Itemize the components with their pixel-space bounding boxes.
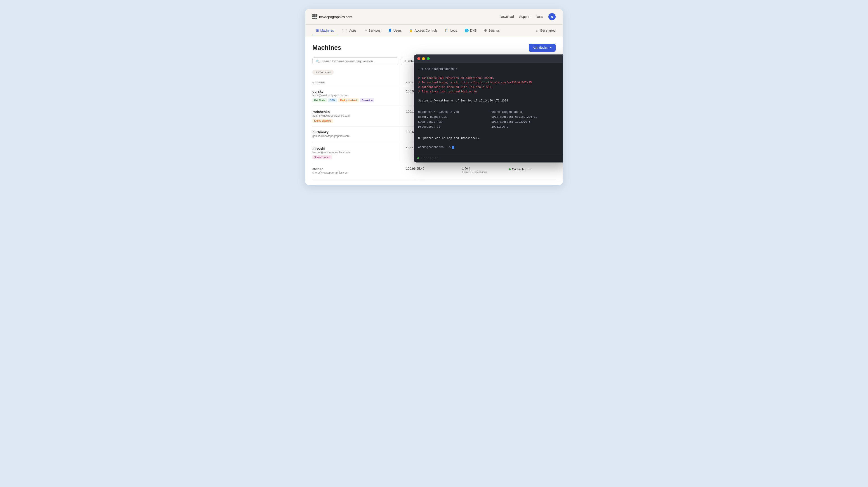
tag-expiry-disabled: Expiry disabled [338,98,359,102]
terminal-prompt: ~ % [418,68,425,71]
terminal-line: # Tailscale SSH requires an additional c… [418,76,563,80]
nav-label-settings: Settings [488,29,500,32]
machine-cell: miyoshi becher@newtopographics.com Share… [312,147,406,159]
terminal-system-title: System information as of Tue Sep 17 17:1… [418,99,563,103]
terminal-status-text: Connected [421,156,438,160]
machine-cell: rodchenko adams@newtopographics.com Expi… [312,110,406,123]
connected-indicator [509,168,510,170]
sysinfo-row: Usage of /: 83% of 2.7TB [418,110,490,115]
terminal-status-bar: Connected ··· [414,154,563,162]
terminal-final-prompt-line: adams@rodchenko ~ % [418,145,563,150]
terminal-command: ssh adams@rodchenko [425,68,457,71]
access-controls-icon: 🔒 [409,29,413,33]
settings-icon: ⚙ [484,29,487,33]
machine-name[interactable]: miyoshi [312,147,406,150]
terminal-close-button[interactable] [417,57,420,60]
nav-item-apps[interactable]: ⋮⋮ Apps [338,25,360,36]
machine-count-badge: 7 machines [312,70,334,75]
terminal-overlay: ~ % ssh adams@rodchenko # Tailscale SSH … [414,55,563,162]
status-label: Connected [512,167,526,171]
services-icon: 〜 [364,28,367,33]
nav-item-machines[interactable]: ⊞ Machines [312,25,338,36]
nav-label-users: Users [394,29,402,32]
nav-label-apps: Apps [349,29,356,32]
get-started[interactable]: ☆ Get started [536,29,556,32]
col-header-machine: MACHINE [312,81,406,84]
machine-owner: becher@newtopographics.com [312,151,406,154]
nav-label-logs: Logs [450,29,457,32]
machine-status: Connected ··· [509,167,556,171]
machine-owner: shore@newtopographics.com [312,171,406,174]
nav-label-access-controls: Access Controls [414,29,437,32]
machine-cell: sutnar shore@newtopographics.com [312,167,406,175]
main-content: Machines Add device ▾ 🔍 ⧈ Filters ▾ 7 ma… [305,36,563,185]
machine-name[interactable]: gursky [312,90,406,93]
terminal-minimize-button[interactable] [422,57,425,60]
add-device-button[interactable]: Add device ▾ [529,44,556,52]
terminal-final-prompt: adams@rodchenko ~ % [418,146,452,149]
users-icon: 👤 [388,29,392,33]
machine-tags: Exit Node SSH Expiry disabled Shared in [312,98,406,102]
sysinfo-row: IPv4 address: 68.183.206.12 [491,115,563,119]
tag-shared-in: Shared in [360,98,374,102]
table-row: sutnar shore@newtopographics.com 100.96.… [312,163,556,180]
machine-name[interactable]: burtynsky [312,130,406,134]
terminal-system-info: Usage of /: 83% of 2.7TB Users logged in… [418,110,563,129]
logs-icon: 📋 [445,29,449,33]
header-links: Download Support Docs N [500,13,556,20]
page-title: Machines [312,44,341,51]
apps-icon: ⋮⋮ [341,29,348,33]
sysinfo-row: Processes: 92 [418,125,490,129]
nav-label-dns: DNS [470,29,477,32]
nav-item-logs[interactable]: 📋 Logs [441,25,461,36]
filter-icon: ⧈ [404,59,406,63]
search-input[interactable] [321,59,395,63]
download-link[interactable]: Download [500,15,514,19]
terminal-line: # Authentication checked with Tailscale … [418,85,563,90]
machine-version: 1.66.4 Linux 6.8.0-35-generic [462,167,509,173]
terminal-line: # To authenticate, visit https://login.t… [418,80,563,85]
terminal-maximize-button[interactable] [427,57,430,60]
terminal-output: # Tailscale SSH requires an additional c… [418,76,563,94]
machine-cell: burtynsky gohlke@newtopographics.com [312,130,406,139]
machine-tags: Shared out +1 [312,155,406,159]
sysinfo-row: IPv4 address: 10.20.0.5 [491,120,563,124]
machine-name[interactable]: rodchenko [312,110,406,114]
docs-link[interactable]: Docs [536,15,543,19]
nav-item-services[interactable]: 〜 Services [360,25,384,36]
tag-ssh: SSH [328,98,337,102]
sysinfo-row: Swap usage: 0% [418,120,490,124]
nav-item-settings[interactable]: ⚙ Settings [480,25,503,36]
nav-item-users[interactable]: 👤 Users [384,25,405,36]
machines-icon: ⊞ [316,29,319,33]
star-icon: ☆ [536,29,539,32]
nav-item-access-controls[interactable]: 🔒 Access Controls [405,25,441,36]
page-header: Machines Add device ▾ [312,44,556,52]
machine-name[interactable]: sutnar [312,167,406,171]
tag-expiry-disabled: Expiry disabled [312,119,333,123]
tag-shared-out: Shared out +1 [312,155,332,159]
header: newtopographics.com Download Support Doc… [305,9,563,25]
machine-tags: Expiry disabled [312,119,406,123]
search-icon: 🔍 [316,59,320,63]
machine-owner: lewis@newtopographics.com [312,94,406,97]
nav: ⊞ Machines ⋮⋮ Apps 〜 Services 👤 Users 🔒 … [305,25,563,36]
sysinfo-row: Users logged in: 8 [491,110,563,115]
search-box[interactable]: 🔍 [312,57,398,65]
sysinfo-row: Memory usage: 19% [418,115,490,119]
nav-item-dns[interactable]: 🌐 DNS [461,25,480,36]
dns-icon: 🌐 [465,29,469,33]
machine-cell: gursky lewis@newtopographics.com Exit No… [312,90,406,102]
row-menu-button[interactable]: ··· [528,167,532,171]
logo-area: newtopographics.com [312,14,352,19]
app-window: newtopographics.com Download Support Doc… [305,9,563,185]
sysinfo-row: 10.118.0.2 [491,125,563,129]
logo-icon [312,14,317,19]
logo-text: newtopographics.com [319,15,352,19]
terminal-menu-button[interactable]: ··· [561,156,563,160]
nav-items: ⊞ Machines ⋮⋮ Apps 〜 Services 👤 Users 🔒 … [312,25,503,36]
terminal-prompt-line: ~ % ssh adams@rodchenko [418,67,563,71]
nav-label-machines: Machines [320,29,334,32]
support-link[interactable]: Support [519,15,530,19]
avatar[interactable]: N [548,13,556,20]
